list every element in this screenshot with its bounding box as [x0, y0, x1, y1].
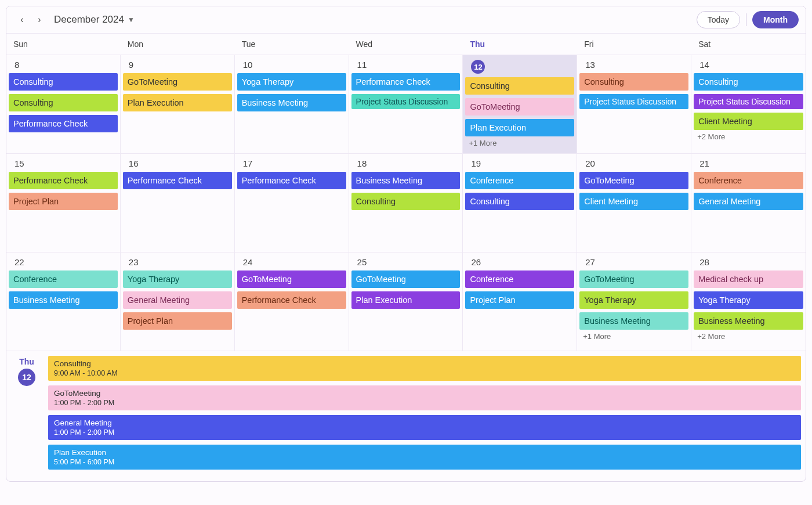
day-cell[interactable]: 26ConferenceProject Plan	[463, 252, 577, 351]
day-cell[interactable]: 22ConferenceBusiness Meeting	[6, 252, 121, 351]
event-chip[interactable]: Project Status Discussion	[694, 94, 803, 109]
agenda-item[interactable]: GoToMeeting1:00 PM - 2:00 PM	[48, 385, 801, 410]
event-chip[interactable]: General Meeting	[694, 193, 803, 210]
event-chip[interactable]: Yoga Therapy	[123, 270, 232, 288]
event-chip[interactable]: General Meeting	[123, 291, 232, 309]
event-chip[interactable]: Business Meeting	[694, 312, 803, 330]
event-chip[interactable]: Consulting	[465, 77, 574, 95]
date-number: 16	[121, 156, 234, 172]
event-chip[interactable]: Project Status Discussion	[351, 94, 461, 109]
event-chip[interactable]: Performance Check	[351, 73, 461, 91]
day-cell[interactable]: 14ConsultingProject Status DiscussionCli…	[691, 55, 806, 153]
month-label-text: December 2024	[54, 14, 124, 26]
event-chip[interactable]: Yoga Therapy	[237, 73, 346, 91]
day-cell[interactable]: 13ConsultingProject Status Discussion	[577, 55, 691, 153]
event-list: GoToMeetingPlan Execution	[121, 73, 234, 111]
date-number: 15	[6, 156, 120, 172]
event-chip[interactable]: Plan Execution	[123, 94, 232, 111]
day-cell[interactable]: 15Performance CheckProject Plan	[6, 153, 121, 252]
day-cell[interactable]: 11Performance CheckProject Status Discus…	[349, 55, 463, 153]
event-chip[interactable]: Consulting	[9, 73, 118, 91]
dow-label: Fri	[577, 34, 691, 55]
day-cell[interactable]: 9GoToMeetingPlan Execution	[121, 55, 235, 153]
event-list: ConsultingProject Status DiscussionClien…	[691, 73, 806, 130]
day-cell[interactable]: 8ConsultingConsultingPerformance Check	[6, 55, 121, 153]
event-chip[interactable]: Business Meeting	[237, 94, 346, 111]
event-chip[interactable]: Conference	[694, 172, 803, 189]
event-chip[interactable]: Performance Check	[237, 291, 346, 309]
event-list: GoToMeetingPlan Execution	[349, 270, 463, 309]
more-link[interactable]: +1 More	[463, 136, 577, 147]
agenda-panel: Thu 12 Consulting9:00 AM - 10:00 AMGoToM…	[6, 351, 806, 481]
date-number: 24	[235, 255, 349, 270]
event-chip[interactable]: Plan Execution	[465, 119, 574, 136]
event-list: Performance CheckProject Status Discussi…	[349, 73, 463, 109]
day-cell[interactable]: 12ConsultingGoToMeetingPlan Execution+1 …	[463, 55, 577, 153]
event-chip[interactable]: Business Meeting	[579, 312, 688, 330]
more-link[interactable]: +1 More	[577, 330, 691, 341]
event-chip[interactable]: GoToMeeting	[237, 270, 346, 288]
day-cell[interactable]: 25GoToMeetingPlan Execution	[349, 252, 463, 351]
day-cell[interactable]: 28Medical check upYoga TherapyBusiness M…	[691, 252, 806, 351]
event-chip[interactable]: Performance Check	[123, 172, 232, 189]
event-chip[interactable]: Conference	[9, 270, 118, 288]
day-cell[interactable]: 27GoToMeetingYoga TherapyBusiness Meetin…	[577, 252, 691, 351]
date-number: 23	[121, 255, 234, 270]
more-link[interactable]: +2 More	[691, 130, 806, 141]
event-chip[interactable]: Project Plan	[123, 312, 232, 330]
event-chip[interactable]: Project Plan	[465, 291, 574, 309]
event-chip[interactable]: Yoga Therapy	[694, 291, 803, 309]
event-chip[interactable]: Conference	[465, 172, 574, 189]
day-cell[interactable]: 21ConferenceGeneral Meeting	[691, 153, 806, 252]
next-arrow-icon[interactable]: ›	[31, 11, 48, 28]
event-chip[interactable]: Performance Check	[237, 172, 346, 189]
event-list: Medical check upYoga TherapyBusiness Mee…	[691, 270, 806, 330]
event-chip[interactable]: Client Meeting	[579, 193, 688, 210]
event-chip[interactable]: Consulting	[694, 73, 803, 91]
event-chip[interactable]: Medical check up	[694, 270, 803, 288]
day-cell[interactable]: 23Yoga TherapyGeneral MeetingProject Pla…	[121, 252, 235, 351]
toolbar: ‹ › December 2024 ▼ Today Month	[6, 6, 806, 34]
day-cell[interactable]: 19ConferenceConsulting	[463, 153, 577, 252]
agenda-day-badge: 12	[18, 369, 35, 386]
event-chip[interactable]: Project Status Discussion	[579, 94, 688, 109]
day-cell[interactable]: 10Yoga TherapyBusiness Meeting	[235, 55, 349, 153]
day-cell[interactable]: 16Performance Check	[121, 153, 235, 252]
event-chip[interactable]: GoToMeeting	[579, 172, 688, 189]
date-number: 11	[349, 57, 463, 73]
month-picker[interactable]: December 2024 ▼	[48, 14, 140, 26]
event-chip[interactable]: Client Meeting	[694, 113, 803, 130]
date-number: 13	[577, 57, 691, 73]
agenda-items: Consulting9:00 AM - 10:00 AMGoToMeeting1…	[48, 356, 806, 470]
date-number: 12	[463, 57, 577, 77]
event-chip[interactable]: Yoga Therapy	[579, 291, 688, 309]
event-chip[interactable]: Project Plan	[9, 193, 118, 210]
agenda-item[interactable]: General Meeting1:00 PM - 2:00 PM	[48, 415, 801, 440]
day-cell[interactable]: 18Business MeetingConsulting	[349, 153, 463, 252]
more-link[interactable]: +2 More	[691, 330, 806, 341]
agenda-item-title: Consulting	[54, 359, 795, 368]
event-chip[interactable]: Performance Check	[9, 115, 118, 132]
event-chip[interactable]: GoToMeeting	[465, 98, 574, 116]
event-chip[interactable]: GoToMeeting	[579, 270, 688, 288]
event-chip[interactable]: Plan Execution	[351, 291, 461, 309]
dow-label: Mon	[121, 34, 235, 55]
agenda-item[interactable]: Plan Execution5:00 PM - 6:00 PM	[48, 445, 801, 470]
today-button[interactable]: Today	[697, 11, 740, 28]
event-chip[interactable]: Consulting	[465, 193, 574, 210]
event-chip[interactable]: GoToMeeting	[123, 73, 232, 91]
event-chip[interactable]: Consulting	[351, 193, 461, 210]
agenda-item[interactable]: Consulting9:00 AM - 10:00 AM	[48, 356, 801, 381]
event-chip[interactable]: Conference	[465, 270, 574, 288]
day-cell[interactable]: 24GoToMeetingPerformance Check	[235, 252, 349, 351]
event-chip[interactable]: Performance Check	[9, 172, 118, 189]
event-chip[interactable]: Consulting	[579, 73, 688, 91]
day-cell[interactable]: 17Performance Check	[235, 153, 349, 252]
event-chip[interactable]: Consulting	[9, 94, 118, 111]
event-chip[interactable]: Business Meeting	[351, 172, 461, 189]
event-chip[interactable]: Business Meeting	[9, 291, 118, 309]
prev-arrow-icon[interactable]: ‹	[13, 11, 31, 28]
view-month-button[interactable]: Month	[752, 11, 799, 28]
day-cell[interactable]: 20GoToMeetingClient Meeting	[577, 153, 691, 252]
event-chip[interactable]: GoToMeeting	[351, 270, 461, 288]
